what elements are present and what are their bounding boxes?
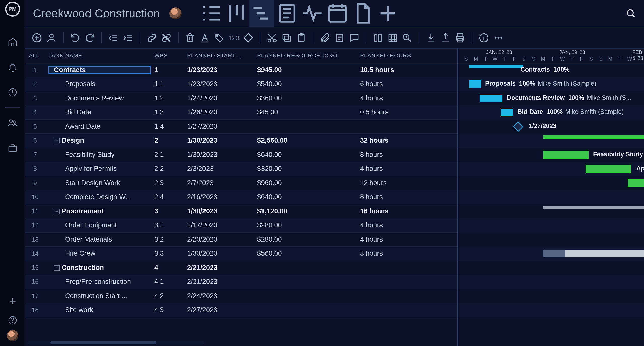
col-start[interactable]: PLANNED START ... <box>184 52 254 59</box>
indent-icon[interactable] <box>123 32 134 43</box>
task-name: Documents Review <box>54 94 124 102</box>
cell-start: 2/16/2023 <box>184 193 254 201</box>
gantt-chart[interactable]: JAN, 22 '23JAN, 29 '23FEB, 5 '23 SMTWTFS… <box>457 49 644 346</box>
notes-icon[interactable] <box>334 32 345 43</box>
table-row[interactable]: 10Complete Design W...2.42/16/2023$640.0… <box>25 190 457 204</box>
col-wbs[interactable]: WBS <box>151 52 184 59</box>
assignee-icon[interactable] <box>46 32 57 43</box>
activity-view-tab[interactable] <box>300 0 325 27</box>
files-view-tab[interactable] <box>350 0 375 27</box>
day-label: F <box>577 56 586 62</box>
table-row[interactable]: 6−Design21/30/2023$2,560.0032 hours <box>25 134 457 148</box>
tag-icon[interactable] <box>214 32 225 43</box>
outdent-icon[interactable] <box>108 32 119 43</box>
collapse-icon[interactable]: − <box>54 265 60 271</box>
task-table: ALL TASK NAME WBS PLANNED START ... PLAN… <box>25 49 457 346</box>
col-name[interactable]: TASK NAME <box>45 52 151 59</box>
table-row[interactable]: 5Award Date1.41/27/2023 <box>25 120 457 134</box>
table-row[interactable]: 11−Procurement31/30/2023$1,120.0016 hour… <box>25 204 457 218</box>
calendar-view-tab[interactable] <box>325 0 350 27</box>
delete-icon[interactable] <box>185 32 196 43</box>
gantt-bar[interactable] <box>543 151 589 159</box>
clock-icon[interactable] <box>8 87 18 97</box>
cell-hours: 6 hours <box>357 80 457 88</box>
row-number: 4 <box>25 109 45 116</box>
milestone-marker[interactable] <box>513 121 523 132</box>
columns-icon[interactable] <box>372 32 384 43</box>
zoom-icon[interactable] <box>402 32 413 43</box>
table-row[interactable]: 12Order Equipment3.12/17/2023$280.004 ho… <box>25 218 457 233</box>
copy-icon[interactable] <box>281 32 292 43</box>
bell-icon[interactable] <box>8 62 18 72</box>
cut-icon[interactable] <box>267 32 278 43</box>
project-avatar[interactable] <box>169 7 182 19</box>
table-row[interactable]: 14Hire Crew3.31/30/2023$560.008 hours <box>25 247 457 261</box>
gantt-bar[interactable] <box>501 109 513 116</box>
col-all[interactable]: ALL <box>25 52 45 59</box>
svg-rect-19 <box>374 34 377 41</box>
table-row[interactable]: 8Apply for Permits2.22/3/2023$320.004 ho… <box>25 162 457 176</box>
undo-icon[interactable] <box>70 32 81 43</box>
gantt-summary-bar[interactable] <box>543 206 644 209</box>
table-row[interactable]: 13Order Materials3.22/20/2023$280.004 ho… <box>25 233 457 247</box>
add-task-icon[interactable] <box>31 32 42 43</box>
export-icon[interactable] <box>440 32 451 43</box>
table-row[interactable]: 2Proposals1.11/23/2023$540.006 hours <box>25 77 457 91</box>
link-icon[interactable] <box>146 32 157 43</box>
info-icon[interactable] <box>478 32 489 43</box>
gantt-row <box>458 218 644 233</box>
gantt-bar[interactable] <box>586 165 631 173</box>
plus-icon[interactable] <box>8 296 18 306</box>
app-logo[interactable]: PM <box>5 2 20 17</box>
briefcase-icon[interactable] <box>8 143 18 153</box>
milestone-icon[interactable] <box>243 32 254 43</box>
attachment-icon[interactable] <box>319 32 331 43</box>
cell-start: 2/24/2023 <box>184 292 254 300</box>
gantt-summary-bar[interactable] <box>543 135 644 139</box>
gantt-bar[interactable] <box>543 250 644 257</box>
table-row[interactable]: 9Start Design Work2.32/7/2023$960.0012 h… <box>25 176 457 190</box>
gantt-bar[interactable] <box>469 80 481 88</box>
gantt-body[interactable]: Contracts 100%Proposals 100%Mike Smith (… <box>458 63 644 346</box>
chat-icon[interactable] <box>349 32 360 43</box>
collapse-icon[interactable]: − <box>54 209 60 214</box>
table-row[interactable]: 1Contracts11/23/2023$945.0010.5 hours <box>25 63 457 77</box>
gantt-summary-bar[interactable] <box>469 65 523 68</box>
people-icon[interactable] <box>8 118 18 128</box>
table-row[interactable]: 17Construction Start ...4.22/24/2023 <box>25 289 457 303</box>
gantt-row <box>458 261 644 275</box>
table-row[interactable]: 18Site work4.32/27/2023 <box>25 303 457 317</box>
gantt-bar[interactable] <box>480 95 502 102</box>
help-icon[interactable] <box>8 315 18 325</box>
gantt-bar[interactable] <box>628 179 644 187</box>
sheet-view-tab[interactable] <box>274 0 300 27</box>
table-row[interactable]: 15−Construction42/21/2023 <box>25 261 457 275</box>
more-icon[interactable] <box>493 32 504 43</box>
gantt-bar-label: 1/27/2023 <box>529 122 557 130</box>
redo-icon[interactable] <box>84 32 95 43</box>
board-view-tab[interactable] <box>224 0 249 27</box>
cell-wbs: 2 <box>151 137 184 145</box>
add-view-tab[interactable] <box>375 0 400 27</box>
font-color-icon[interactable] <box>199 32 210 43</box>
collapse-icon[interactable]: − <box>54 138 60 143</box>
print-icon[interactable] <box>455 32 466 43</box>
list-view-tab[interactable] <box>199 0 224 27</box>
table-row[interactable]: 4Bid Date1.31/26/2023$45.000.5 hours <box>25 105 457 120</box>
user-avatar[interactable] <box>7 330 18 341</box>
paste-icon[interactable] <box>296 32 307 43</box>
search-icon[interactable] <box>625 8 636 19</box>
gantt-view-tab[interactable] <box>249 0 274 27</box>
table-scrollbar[interactable] <box>28 341 204 344</box>
cell-start: 1/27/2023 <box>184 123 254 130</box>
home-icon[interactable] <box>8 37 18 47</box>
grid-icon[interactable] <box>387 32 398 43</box>
unlink-icon[interactable] <box>161 32 172 43</box>
table-row[interactable]: 16Prep/Pre-construction4.12/21/2023 <box>25 275 457 289</box>
col-hours[interactable]: PLANNED HOURS <box>357 52 457 59</box>
cell-start: 1/30/2023 <box>184 250 254 257</box>
table-row[interactable]: 3Documents Review1.21/24/2023$360.004 ho… <box>25 91 457 105</box>
col-cost[interactable]: PLANNED RESOURCE COST <box>254 52 357 59</box>
table-row[interactable]: 7Feasibility Study2.11/30/2023$640.008 h… <box>25 148 457 162</box>
import-icon[interactable] <box>425 32 436 43</box>
